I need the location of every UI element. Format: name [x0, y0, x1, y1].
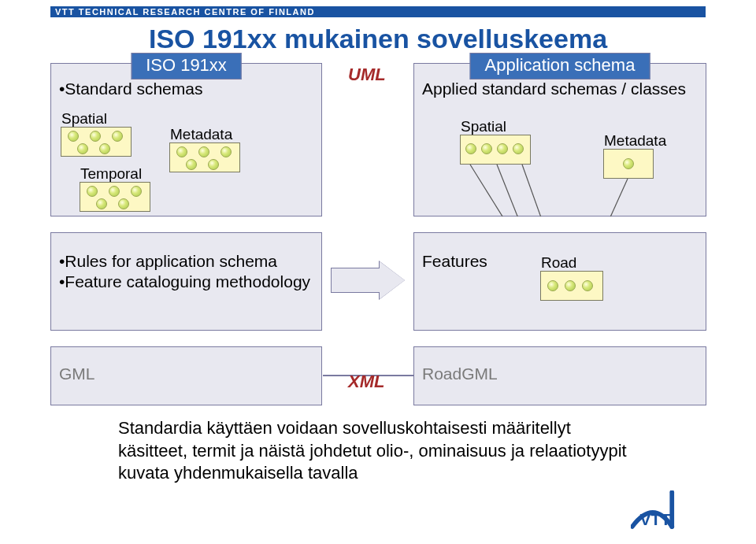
roadgml-label: RoadGML: [422, 365, 498, 383]
bullet-applied-schemas: Applied standard schemas / classes: [422, 80, 686, 98]
svg-text:VTT: VTT: [639, 510, 671, 528]
box-temporal: Temporal: [80, 182, 150, 212]
arrow-icon: [331, 261, 405, 299]
panel-header: ISO 191xx: [131, 53, 242, 80]
box-road: Road: [540, 271, 603, 301]
panel-application-schema: Application schema Applied standard sche…: [413, 63, 706, 216]
box-metadata: Metadata: [603, 149, 654, 179]
panel-gml: GML: [50, 346, 322, 405]
bullet-rules: •Rules for application schema: [59, 252, 277, 271]
bullet-standard-schemas: •Standard schemas: [59, 80, 202, 98]
panel-rules: •Rules for application schema •Feature c…: [50, 232, 322, 331]
box-label: Metadata: [604, 132, 666, 150]
panel-roadgml: RoadGML: [413, 346, 706, 405]
box-label: Temporal: [80, 165, 142, 183]
features-label: Features: [422, 252, 487, 271]
box-label: Spatial: [61, 110, 107, 128]
slide-title: ISO 191xx mukainen sovelluskeema: [0, 24, 756, 54]
box-spatial: Spatial: [460, 135, 531, 165]
panel-header: Application schema: [470, 53, 650, 80]
vtt-logo: VTT: [631, 490, 706, 530]
top-header-bar: VTT TECHNICAL RESEARCH CENTRE OF FINLAND: [50, 6, 706, 17]
panel-iso191xx: ISO 191xx •Standard schemas Spatial Meta…: [50, 63, 322, 216]
box-metadata: Metadata: [169, 142, 240, 172]
gml-label: GML: [59, 365, 95, 383]
bullet-cataloguing: •Feature cataloguing methodology: [59, 272, 310, 291]
box-spatial: Spatial: [61, 127, 132, 157]
panel-features: Features Road: [413, 232, 706, 331]
box-label: Road: [541, 254, 576, 272]
box-label: Metadata: [170, 126, 232, 143]
uml-label: UML: [348, 65, 386, 85]
xml-label: XML: [348, 372, 384, 392]
body-text: Standardia käyttäen voidaan sovelluskoht…: [118, 417, 638, 485]
box-label: Spatial: [461, 118, 506, 135]
